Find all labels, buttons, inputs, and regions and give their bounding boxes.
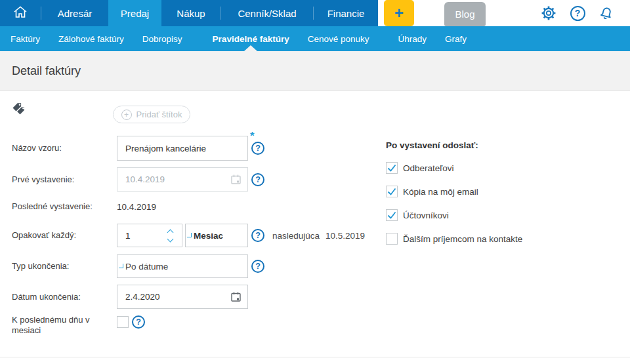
next-invoice-label: nasledujúca — [272, 231, 320, 241]
form-row-typ-ukoncenia: Typ ukončenia: Po dátume ? — [12, 254, 264, 278]
notifications-bell-icon[interactable] — [598, 5, 615, 22]
topbar-icon-group: ? — [540, 0, 630, 26]
top-navigation-bar: Adresár Predaj Nákup Cenník/Sklad Financ… — [0, 0, 630, 26]
help-icon[interactable]: ? — [251, 260, 264, 273]
nav-item-financie[interactable]: Financie — [314, 0, 378, 26]
option-label: Kópia na môj email — [403, 187, 478, 197]
form-row-posledny-den: K poslednému dňu v mesiaci ? — [12, 315, 145, 336]
bottom-divider — [0, 357, 630, 357]
tags-icon — [11, 102, 31, 123]
repeat-unit-select[interactable]: Mesiac — [185, 224, 248, 247]
checkmark-icon — [387, 188, 396, 195]
nav-item-cennik-sklad[interactable]: Cenník/Sklad — [221, 0, 313, 26]
option-label: Ďalším príjemcom na kontakte — [403, 234, 522, 244]
field-label: K poslednému dňu v mesiaci — [12, 315, 117, 336]
send-option-dalsim-prijemcom: Ďalším príjemcom na kontakte — [386, 233, 522, 245]
nav-item-nakup[interactable]: Nákup — [161, 0, 220, 26]
other-recipients-checkbox[interactable] — [386, 233, 398, 245]
end-type-value: Po dátume — [125, 262, 168, 272]
chevron-down-icon[interactable] — [167, 236, 174, 243]
nav-item-adresar[interactable]: Adresár — [41, 0, 108, 26]
subtab-dobropisy[interactable]: Dobropisy — [133, 26, 192, 51]
repeat-count-stepper — [117, 224, 182, 247]
help-icon[interactable]: ? — [132, 315, 145, 329]
nav-item-predaj[interactable]: Predaj — [108, 0, 161, 26]
subtab-zalohove-faktury[interactable]: Zálohové faktúry — [49, 26, 133, 51]
field-label: Typ ukončenia: — [12, 261, 117, 272]
date-input-wrap — [117, 285, 248, 309]
subtab-pravidelne-faktury[interactable]: Pravidelné faktúry — [203, 26, 299, 51]
last-issue-date-value: 10.4.2019 — [117, 202, 156, 212]
main-nav: Adresár Predaj Nákup Cenník/Sklad Financ… — [0, 0, 378, 26]
copy-to-me-checkbox[interactable] — [386, 186, 398, 197]
form-row-opakovat-kazdy: Opakovať každý: Mesiac ? nasledujúca 10.… — [12, 224, 365, 247]
template-name-input[interactable] — [117, 136, 248, 161]
field-label: Dátum ukončenia: — [12, 292, 117, 302]
end-type-select[interactable]: Po dátume — [117, 254, 248, 278]
field-label: Prvé vystavenie: — [12, 174, 117, 185]
repeat-unit-value: Mesiac — [194, 231, 223, 241]
checkmark-icon — [387, 164, 396, 172]
help-icon[interactable]: ? — [251, 142, 264, 155]
sales-sub-navigation: Faktúry Zálohové faktúry Dobropisy Pravi… — [0, 26, 630, 51]
settings-gear-icon[interactable] — [540, 5, 557, 22]
help-icon[interactable]: ? — [569, 5, 586, 22]
form-row-nazov-vzoru: Názov vzoru: * ? — [12, 136, 264, 161]
send-option-odberatelovi: Odberateľovi — [386, 162, 522, 174]
chevron-up-icon[interactable] — [167, 230, 174, 236]
option-label: Účtovníkovi — [403, 211, 449, 220]
subtab-cenove-ponuky[interactable]: Cenové ponuky — [299, 26, 379, 51]
next-invoice-date: 10.5.2019 — [326, 231, 365, 241]
send-option-uctovnikovi: Účtovníkovi — [386, 209, 522, 221]
send-options-panel: Po vystavení odoslať: Odberateľovi Kópia… — [386, 140, 522, 245]
field-label: Posledné vystavenie: — [12, 201, 117, 212]
required-asterisk: * — [250, 130, 255, 143]
add-new-button[interactable]: + — [384, 0, 414, 26]
field-label: Názov vzoru: — [12, 143, 117, 153]
form-row-prve-vystavenie: Prvé vystavenie: ? — [12, 167, 264, 192]
add-tag-button[interactable]: + Pridať štítok — [113, 106, 190, 123]
subtab-uhrady[interactable]: Úhrady — [389, 26, 436, 51]
help-icon[interactable]: ? — [251, 173, 264, 186]
option-label: Odberateľovi — [403, 163, 453, 173]
question-mark-glyph: ? — [570, 6, 585, 21]
help-icon[interactable]: ? — [251, 229, 264, 242]
send-option-kopia: Kópia na môj email — [386, 186, 522, 197]
end-date-input[interactable] — [117, 285, 248, 309]
first-issue-date-input — [117, 167, 248, 192]
home-button[interactable] — [0, 0, 41, 26]
invoice-detail-content: + Pridať štítok Názov vzoru: * ? Prvé vy… — [0, 91, 630, 363]
recipient-checkbox[interactable] — [386, 162, 398, 174]
blog-button[interactable]: Blog — [444, 2, 486, 26]
chevron-down-icon — [187, 233, 192, 237]
form-row-datum-ukoncenia: Dátum ukončenia: — [12, 285, 248, 309]
subtab-grafy[interactable]: Grafy — [436, 26, 476, 51]
subtab-faktury[interactable]: Faktúry — [1, 26, 49, 51]
send-options-heading: Po vystavení odoslať: — [386, 140, 522, 150]
page-header-band: Detail faktúry — [0, 51, 630, 91]
date-input-wrap — [117, 167, 248, 192]
chevron-down-icon — [119, 264, 123, 268]
plus-circle-icon: + — [121, 110, 132, 120]
field-label: Opakovať každý: — [12, 230, 117, 241]
page-title: Detail faktúry — [12, 64, 81, 78]
form-row-posledne-vystavenie: Posledné vystavenie: 10.4.2019 — [12, 200, 156, 213]
home-icon — [13, 5, 28, 22]
last-day-checkbox[interactable] — [117, 316, 129, 328]
stepper-arrows[interactable] — [167, 224, 176, 247]
repeat-count-input[interactable] — [117, 224, 163, 247]
add-tag-label: Pridať štítok — [136, 110, 182, 119]
accountant-checkbox[interactable] — [386, 209, 398, 221]
checkmark-icon — [387, 211, 396, 219]
